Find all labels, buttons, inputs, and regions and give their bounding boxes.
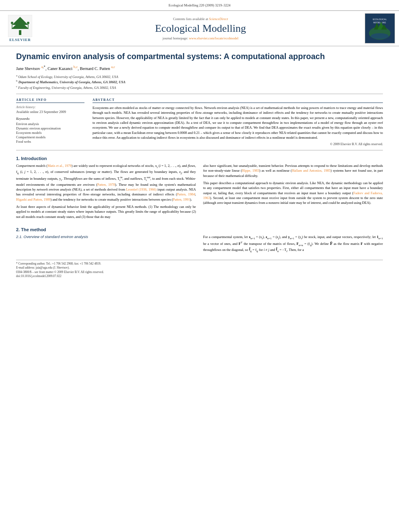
ref-fadeev[interactable]: Fadeev and Fadeeva, 1963 [203, 191, 383, 200]
keyword-1: Environ analysis [16, 122, 84, 126]
author-sup-a[interactable]: a [41, 65, 43, 69]
intro-para-2: At least three aspects of dynamical beha… [16, 204, 196, 219]
subsection-title: Overview of standard environ analysis [24, 234, 88, 239]
journal-logo: ECOLOGICAL MODELLING [365, 13, 395, 43]
intro-col2-para-1: also have significant, but unanalyzable,… [203, 163, 383, 178]
sciencedirect-line: Contents lists available at ScienceDirec… [36, 17, 365, 21]
intro-heading: 1. Introduction [16, 156, 383, 161]
ref-hippe[interactable]: Hippe, 1983 [242, 168, 259, 173]
ref-patten84[interactable]: Patten, 1984 [177, 192, 195, 196]
history-label: Article history: [16, 105, 84, 109]
article-info-label: ARTICLE INFO [16, 98, 84, 103]
method-title: The method [21, 227, 46, 232]
method-section: 2. The method 2.1. Overview of standard … [16, 227, 383, 256]
page-wrapper: Ecological Modelling 220 (2009) 3219–322… [0, 0, 399, 287]
email-note: E-mail address: jaia@uga.edu (J. Shevtso… [16, 266, 383, 270]
corresponding-author-note: * Corresponding author. Tel.: +1 706 542… [16, 262, 383, 266]
journal-title-block: Contents lists available at ScienceDirec… [36, 17, 365, 40]
svg-text:MODELLING: MODELLING [373, 21, 386, 24]
journal-ref: Ecological Modelling 220 (2009) 3219–322… [8, 3, 391, 7]
keyword-5: Food webs [16, 140, 84, 144]
homepage-url[interactable]: www.elsevier.com/locate/ecolmodel [189, 36, 239, 40]
doi-note: doi:10.1016/j.ecolmodel.2009.07.022 [16, 274, 383, 279]
introduction-section: 1. Introduction Compartment models (Mati… [16, 156, 383, 222]
intro-para-1: Compartment models (Matis et al., 1979) … [16, 163, 196, 202]
journal-title: Ecological Modelling [36, 23, 365, 35]
separator-2 [16, 150, 383, 150]
intro-col2: also have significant, but unanalyzable,… [203, 163, 383, 222]
subsection-number: 2.1. [16, 234, 23, 239]
sciencedirect-name[interactable]: ScienceDirect [209, 17, 228, 21]
affiliation-c: c Faculty of Engineering, University of … [16, 85, 383, 90]
ref-patten91[interactable]: Patten, 1991 [173, 197, 190, 201]
footnote-section: * Corresponding author. Tel.: +1 706 542… [16, 260, 383, 279]
keywords-label: Keywords: [16, 117, 84, 121]
journal-header: Ecological Modelling 220 (2009) 3219–322… [0, 0, 399, 11]
article-title: Dynamic environ analysis of compartmenta… [16, 51, 383, 62]
author-sup-b[interactable]: b,c [74, 65, 78, 69]
intro-body: Compartment models (Matis et al., 1979) … [16, 163, 383, 222]
affiliations: a Odum School of Ecology, University of … [16, 74, 383, 90]
abstract-col: ABSTRACT Ecosystems are often modeled as… [93, 98, 383, 146]
copyright: © 2009 Elsevier B.V. All rights reserved… [93, 142, 383, 146]
svg-rect-1 [19, 30, 21, 35]
method-col1: 2.1. Overview of standard environ analys… [16, 234, 196, 256]
intro-title: Introduction [21, 156, 47, 161]
ref-leontief[interactable]: Leontief (1936, 1966) [126, 187, 156, 191]
svg-point-4 [11, 22, 13, 24]
ref-hallam[interactable]: Hallam and Antonios, 1985 [292, 168, 331, 173]
authors-line: Jane Shevtsov a,*, Caner Kazanci b,c, Be… [16, 65, 383, 71]
svg-point-15 [371, 33, 389, 39]
svg-point-6 [27, 22, 29, 24]
ref-patten78[interactable]: Patten, 1978 [97, 183, 115, 187]
abstract-label: ABSTRACT [93, 98, 383, 103]
journal-logo-icon: ECOLOGICAL MODELLING [367, 14, 393, 43]
svg-text:ECOLOGICAL: ECOLOGICAL [373, 18, 387, 21]
author-sup-c[interactable]: a,c [111, 65, 115, 69]
affiliation-a: a Odum School of Ecology, University of … [16, 74, 383, 79]
ref-matis[interactable]: Matis et al., 1979 [47, 164, 72, 168]
affiliation-b: b Department of Mathematics, University … [16, 79, 383, 84]
subsection-2-1: 2.1. Overview of standard environ analys… [16, 234, 196, 239]
method-heading: 2. The method [16, 227, 383, 232]
keyword-3: Ecosystem models [16, 131, 84, 135]
intro-number: 1. [16, 156, 20, 161]
ref-higashi[interactable]: Higashi and Patten, 1989 [16, 197, 50, 201]
sciencedirect-prefix: Contents lists available at [173, 17, 208, 21]
keyword-4: Compartment models [16, 135, 84, 139]
available-online: Available online 23 September 2009 [16, 110, 84, 114]
method-col2-para-1: For a compartmental system, let xn×1 = (… [203, 234, 383, 253]
elsevier-brand: ELSEVIER [9, 38, 31, 42]
abstract-text: Ecosystems are often modeled as stocks o… [93, 105, 383, 140]
separator-1 [16, 94, 383, 94]
elsevier-tree-icon [8, 15, 32, 37]
keyword-2: Dynamic environ approximation [16, 126, 84, 130]
article-content: Dynamic environ analysis of compartmenta… [0, 46, 399, 287]
homepage-label: journal homepage: [162, 36, 188, 40]
issn-note: 0304-3800/$ – see front matter © 2009 El… [16, 270, 383, 275]
article-info-col: ARTICLE INFO Article history: Available … [16, 98, 84, 146]
method-col2: For a compartmental system, let xn×1 = (… [203, 234, 383, 256]
header-content: ELSEVIER Contents lists available at Sci… [0, 11, 399, 46]
journal-homepage: journal homepage: www.elsevier.com/locat… [36, 36, 365, 40]
intro-col2-para-2: This paper describes a computational app… [203, 181, 383, 205]
info-abstract-section: ARTICLE INFO Article history: Available … [16, 98, 383, 146]
method-number: 2. [16, 227, 20, 232]
intro-col1: Compartment models (Matis et al., 1979) … [16, 163, 196, 222]
method-body: 2.1. Overview of standard environ analys… [16, 234, 383, 256]
elsevier-logo: ELSEVIER [4, 15, 36, 42]
